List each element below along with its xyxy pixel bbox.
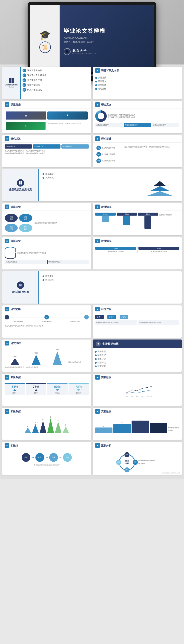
year2: 20xx bbox=[117, 212, 137, 216]
list-item: 03 研究思路及过程 bbox=[22, 78, 89, 82]
status-text: 点击编辑文字内容说明研究现状 bbox=[34, 222, 89, 224]
section1-item1: 课题背景 bbox=[95, 76, 180, 79]
proc-circle4: 总结 bbox=[63, 453, 72, 462]
quad1: 课题现状 bbox=[4, 214, 18, 222]
svg-point-10 bbox=[127, 393, 127, 394]
year3: 20xx bbox=[138, 212, 158, 216]
yanjiu-guo2-icon: ◉ bbox=[4, 341, 9, 346]
slide-info: 答辩人：华程功 导师：杨镇宁 bbox=[64, 40, 150, 44]
arrow-label3: 分析 bbox=[56, 348, 59, 351]
stat3-tri bbox=[55, 389, 59, 391]
text-block: 单击此处编辑文字内容，点击添加相关文字说明 bbox=[47, 122, 88, 130]
shiyan-line-card[interactable]: ◉ 实验数据 bbox=[93, 374, 182, 406]
cone-label5: E bbox=[57, 420, 59, 421]
text-content1: 点击编辑文字，对本研究进行意义说明 bbox=[108, 114, 180, 116]
keti-xian-card[interactable]: ◉ 课题现状 课题现状 课题背景 发展趋势 研究目标 点击编辑文字内容说明研究现… bbox=[2, 203, 91, 236]
yanjiu-yi-title: 研究意义 bbox=[101, 103, 111, 106]
box-light1: 点击编辑文字 bbox=[61, 144, 89, 148]
shiyan-point-header: ◉ 实验点 bbox=[2, 442, 91, 449]
shiyan-point-card[interactable]: ◉ 实验点 分析 → 处理 → 结果 → 总结 单击此处编辑实验要点说明内容文字 bbox=[2, 442, 91, 475]
si-label3: 分析得出结论 bbox=[61, 320, 89, 323]
item-text: 研究思路及过程 bbox=[27, 79, 42, 82]
shiyan-stats-card[interactable]: ◉ 实验数据 64% 指标一 75% 指标二 90% bbox=[2, 374, 91, 406]
shiyan-line-body: 2018 2019 2020 2021 2022 2023 bbox=[93, 381, 182, 400]
cone-header: ◉ 实验数据 bbox=[2, 408, 91, 415]
lilun-card[interactable]: ◉ 理论基础 01 点击编辑文字说明 02 点击编辑文字说明 bbox=[93, 135, 182, 167]
svg-text:2019: 2019 bbox=[131, 396, 133, 397]
process2-text: 研究过程详细说明 bbox=[68, 361, 89, 365]
section2-header-card[interactable]: 课题现状及发展情况 课题现状 发展情况 bbox=[2, 169, 182, 201]
yanjiu-guo-title: 研究过程 bbox=[101, 308, 111, 311]
item-num: 05 bbox=[22, 88, 26, 92]
yanjiu-yi-card[interactable]: ◉ 研究意义 点击编辑文字，对本研究进行意义说明 点击编辑文字，对本研究进行意义… bbox=[93, 101, 182, 133]
svg-point-9 bbox=[151, 386, 152, 387]
shiyan-stats-icon: ◉ bbox=[4, 375, 9, 380]
yanjiu-zong-title: 研究综述 bbox=[10, 137, 21, 140]
section4-header-card[interactable]: ⚗ 实验数据结果 实验数据 问题发现 策略分析 问题评估 研究成果 bbox=[93, 340, 182, 372]
proc-arrow3: → bbox=[59, 456, 62, 459]
image-row: 🏢 🏛 bbox=[4, 110, 89, 121]
proc-arrow2: → bbox=[45, 456, 48, 459]
bar-icon: ◉ bbox=[95, 409, 100, 414]
yanjiu-guo2-body: 准备 实施 分析 研究过程详细说明 单击此处编辑母版标题样式，点击添加文字说明 bbox=[2, 347, 91, 370]
fazhan-card[interactable]: ◉ 发展情况 20xx 20xx 20xx bbox=[93, 203, 182, 236]
keti-xian-body: 课题现状 课题背景 发展趋势 研究目标 点击编辑文字内容说明研究现状 bbox=[2, 211, 91, 235]
section1-item3: 研究综述 bbox=[95, 84, 180, 86]
list-item: 02 课题现状及发展情况 bbox=[22, 74, 89, 77]
si-step3: 3 bbox=[84, 315, 89, 320]
curve-bottom bbox=[4, 253, 16, 259]
svg-text:2022: 2022 bbox=[147, 396, 149, 397]
yanjiu-guo-icon: ◉ bbox=[95, 307, 100, 312]
s4-item4: 问题评估 bbox=[95, 361, 180, 364]
keti-xian-icon: ◉ bbox=[4, 204, 9, 209]
fazhan2-text2: 发展阶段说明文字内容 bbox=[139, 250, 180, 253]
section3-header-card[interactable]: ⊞ 研究思路及过程 研究思路 研究过程 bbox=[2, 271, 182, 304]
bar-body: A B C D 实验数据说明文字内容 bbox=[93, 415, 182, 436]
arrow-label1: 准备 bbox=[13, 356, 16, 358]
bar-chart-card[interactable]: ◉ 实验数据 A B C bbox=[93, 408, 182, 440]
cone6 bbox=[62, 426, 69, 433]
divider bbox=[137, 247, 138, 253]
univ-logo: 🏛 bbox=[64, 48, 71, 55]
bar1 bbox=[95, 428, 112, 433]
yanjiu-yi-icon: ◉ bbox=[95, 102, 100, 107]
svg-point-8 bbox=[147, 387, 148, 388]
fazhan2-card[interactable]: ◉ 发展情况 20xx 发展阶段说明文字内容 20xx 发展阶段说明文字内容 bbox=[93, 237, 182, 270]
anli-header: ◉ 案例分析 bbox=[93, 442, 182, 449]
keti-xian2-header: ◉ 课题现状 bbox=[2, 237, 91, 245]
fazhan-header: ◉ 发展情况 bbox=[93, 203, 182, 211]
keti-xian2-body: 点击此处添加研究现状说明文字内容描述 研究现状说明点一 研究现状说明点二 bbox=[2, 245, 91, 266]
yanjiu-guo2-card[interactable]: ◉ 研究过程 准备 实施 分析 bbox=[2, 340, 91, 372]
bar4 bbox=[150, 423, 167, 433]
svg-point-6 bbox=[137, 390, 138, 391]
section1-overview-card[interactable]: ■ 课题背景及内容 课题背景 研究意义 研究综述 理论基础 bbox=[93, 67, 182, 99]
building-img3: 🏗 bbox=[6, 122, 45, 130]
cone3 bbox=[39, 420, 46, 433]
kejing-card[interactable]: ◉ 课题背景 🏢 🏛 🏗 单击此处编辑文字内容，点击添加相关文字说明 bbox=[2, 101, 91, 133]
bar-lbl4: D bbox=[158, 421, 159, 422]
yanjiu-si-card[interactable]: ◉ 研究思路 1 2 3 研究方向确定 数据收集整理 分析得出结论 bbox=[2, 306, 91, 338]
orbit1: 收集 bbox=[124, 452, 130, 457]
svg-text:2018: 2018 bbox=[126, 396, 128, 397]
lilun-body: 01 点击编辑文字说明 02 点击编辑文字说明 03 点击编辑文字说明 点击此处… bbox=[93, 142, 182, 166]
keti-xian2-card[interactable]: ◉ 课题现状 点击此处添加研究现状说明文字内容描述 研究现状说明点一 研究现状说… bbox=[2, 237, 91, 270]
kejing-icon: ◉ bbox=[4, 102, 9, 107]
slides-grid: CONTENTS 总目录 01 课题背景及内容 02 课题现状及发展情况 03 … bbox=[0, 64, 184, 479]
text-box1: 点击此处编辑文字 bbox=[95, 123, 123, 127]
step-text3: 点击编辑文字说明 bbox=[102, 160, 120, 162]
cone1 bbox=[24, 428, 31, 433]
status-box2: 研究现状说明点二 bbox=[47, 260, 89, 264]
anli-card[interactable]: ◉ 案例分析 案例分析 收集 分析 评估 总结 点击编辑案例分析说明内容文字描述 bbox=[93, 442, 182, 475]
shiyan-point-body: 分析 → 处理 → 结果 → 总结 单击此处编辑实验要点说明内容文字 bbox=[2, 449, 91, 468]
building-img1: 🏢 bbox=[6, 112, 46, 120]
bar-lbl3: C bbox=[140, 418, 141, 420]
cone-chart-card[interactable]: ◉ 实验数据 A B C bbox=[2, 408, 91, 440]
item-text: 实验数据结果 bbox=[27, 84, 40, 86]
cone2 bbox=[32, 424, 39, 433]
stat2-tri bbox=[34, 389, 38, 391]
step-text1: 点击编辑文字说明 bbox=[102, 147, 120, 149]
contents-slide-card[interactable]: CONTENTS 总目录 01 课题背景及内容 02 课题现状及发展情况 03 … bbox=[2, 67, 91, 99]
yanjiu-guo-card[interactable]: ◉ 研究过程 步骤一 → 步骤二 → 步骤三 点击编辑研究过程说明文字内容 点击… bbox=[93, 306, 182, 338]
yanjiu-zong-card[interactable]: ◉ 研究综述 点击编辑文字 点击编辑文字 点击编辑文字 点击此处编辑母版标题样式… bbox=[2, 135, 91, 167]
s4-item3: 策略分析 bbox=[95, 358, 180, 360]
